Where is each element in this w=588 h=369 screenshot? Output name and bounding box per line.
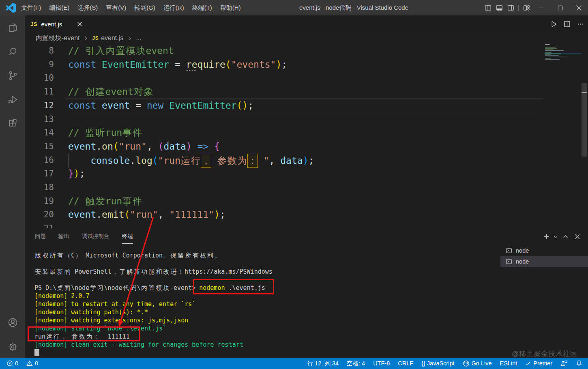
code-token: event [68, 209, 96, 220]
code-token: console [90, 155, 130, 166]
tab-close-icon[interactable] [76, 21, 83, 28]
menu-编辑(E)[interactable]: 编辑(E) [45, 0, 73, 15]
golive-icon [463, 360, 470, 367]
extensions-icon[interactable] [0, 114, 25, 133]
status-0[interactable]: 0 [22, 358, 42, 369]
editor-scrollbar[interactable] [581, 44, 588, 228]
source-control-icon[interactable] [0, 66, 25, 85]
code-token: ： [247, 154, 258, 168]
menu-查看(V)[interactable]: 查看(V) [102, 0, 130, 15]
line-number: 18 [25, 181, 54, 195]
status-prettier[interactable]: Prettier [521, 358, 556, 369]
toggle-panel-icon[interactable] [494, 0, 505, 15]
breadcrumb-symbol[interactable]: ... [136, 34, 141, 42]
code-token [96, 100, 102, 111]
minimap-line [545, 53, 561, 54]
terminal-list: nodenode [500, 245, 588, 358]
code-token: "events" [231, 59, 276, 70]
run-debug-icon[interactable] [0, 90, 25, 109]
menu-文件(F)[interactable]: 文件(F) [17, 0, 45, 15]
code-token: EventEmitter [169, 100, 236, 111]
status--4[interactable]: 空格: 4 [343, 358, 369, 369]
menu-终端(T)[interactable]: 终端(T) [188, 0, 216, 15]
menu-帮助(H)[interactable]: 帮助(H) [216, 0, 245, 15]
status-go-live[interactable]: Go Live [459, 358, 496, 369]
search-icon[interactable] [0, 42, 25, 61]
code-token: data [280, 155, 303, 166]
terminal-icon [506, 247, 512, 254]
code-token: "run" [119, 141, 147, 152]
status-eslint[interactable]: ESLint [496, 358, 521, 369]
status-feedback[interactable] [556, 358, 572, 369]
panel-tab-问题[interactable]: 问题 [35, 228, 46, 244]
status-bell[interactable] [572, 358, 586, 369]
menu-运行(R)[interactable]: 运行(R) [159, 0, 188, 15]
chevron-right-icon [83, 35, 89, 41]
code-text: console.log("run运行， 参数为： ", data); [68, 154, 314, 168]
code-line-13: 13 [25, 113, 588, 127]
status-utf-8[interactable]: UTF-8 [369, 358, 394, 369]
customize-layout-icon[interactable] [521, 0, 532, 15]
code-text: // 监听run事件 [68, 126, 142, 140]
status--12-34[interactable]: 行 12, 列 34 [303, 358, 343, 369]
panel-tab-输出[interactable]: 输出 [58, 228, 69, 244]
code-token: ) [276, 59, 281, 70]
minimize-icon[interactable] [532, 0, 551, 15]
explorer-icon[interactable] [0, 18, 25, 37]
new-terminal-icon[interactable] [541, 228, 551, 245]
maximize-panel-icon[interactable] [560, 228, 571, 245]
line-number: 20 [25, 208, 54, 222]
line-number: 14 [25, 126, 54, 140]
terminal-text: [nodemon] to restart at any time, enter … [34, 300, 195, 308]
overview-cursor-mark [582, 92, 587, 93]
activity-bar [0, 15, 25, 358]
split-editor-icon[interactable] [560, 15, 574, 32]
terminal-dropdown-icon[interactable] [551, 228, 560, 245]
code-token: ( [113, 141, 119, 152]
panel-tab-终端[interactable]: 终端 [122, 228, 133, 244]
menu-bar: 文件(F)编辑(E)选择(S)查看(V)转到(G)运行(R)终端(T)帮助(H) [17, 0, 245, 15]
code-line-18: 18 [25, 181, 588, 195]
code-token: on [102, 141, 113, 152]
minimap[interactable] [543, 44, 581, 228]
tab-event-js[interactable]: JS event.js [25, 15, 85, 32]
code-token: " [258, 155, 269, 166]
code-line-10: 10 [25, 71, 588, 85]
toggle-sidebar-icon[interactable] [482, 0, 494, 15]
code-token: const [68, 100, 96, 111]
line-number: 13 [25, 113, 54, 127]
terminal-list-item[interactable]: node [500, 245, 588, 256]
code-token: quire [197, 59, 225, 70]
close-window-icon[interactable] [569, 0, 588, 15]
code-token: emit [102, 209, 124, 220]
code-line-8: 8// 引入内置模块event [25, 44, 588, 58]
panel-tab-调试控制台[interactable]: 调试控制台 [82, 228, 109, 244]
menu-转到(G)[interactable]: 转到(G) [130, 0, 159, 15]
account-icon[interactable] [0, 313, 25, 332]
code-editor[interactable]: 8// 引入内置模块event9const EventEmitter = req… [25, 44, 588, 228]
code-token: // 创建event对象 [68, 86, 154, 97]
code-token: ) [214, 209, 220, 220]
terminal-list-item[interactable]: node [500, 256, 588, 267]
line-number: 15 [25, 140, 54, 154]
code-token: ; [309, 155, 314, 166]
scrollbar-slider[interactable] [582, 83, 587, 157]
settings-icon[interactable] [0, 337, 25, 356]
status-0[interactable]: 0 [2, 358, 22, 369]
status-crlf[interactable]: CRLF [394, 358, 417, 369]
code-token: event [68, 141, 96, 152]
code-token: event [102, 100, 130, 111]
close-panel-icon[interactable] [571, 228, 583, 245]
maximize-icon[interactable] [551, 0, 569, 15]
minimap-line [545, 44, 550, 45]
minimap-line [545, 50, 564, 51]
menu-选择(S)[interactable]: 选择(S) [73, 0, 102, 15]
breadcrumb-file[interactable]: event.js [101, 34, 123, 42]
run-code-icon[interactable] [547, 15, 560, 32]
status--javascript[interactable]: {} JavaScript [417, 358, 458, 369]
toggle-secondary-sidebar-icon[interactable] [505, 0, 516, 15]
more-actions-icon[interactable] [574, 15, 587, 32]
breadcrumb-folder[interactable]: 内置模块-event [36, 34, 79, 43]
terminal-text: [nodemon] watching path(s): *.* [34, 309, 148, 316]
terminal-text: 安装最新的 PowerShell，了解新功能和改进！https://aka.ms… [34, 268, 273, 275]
